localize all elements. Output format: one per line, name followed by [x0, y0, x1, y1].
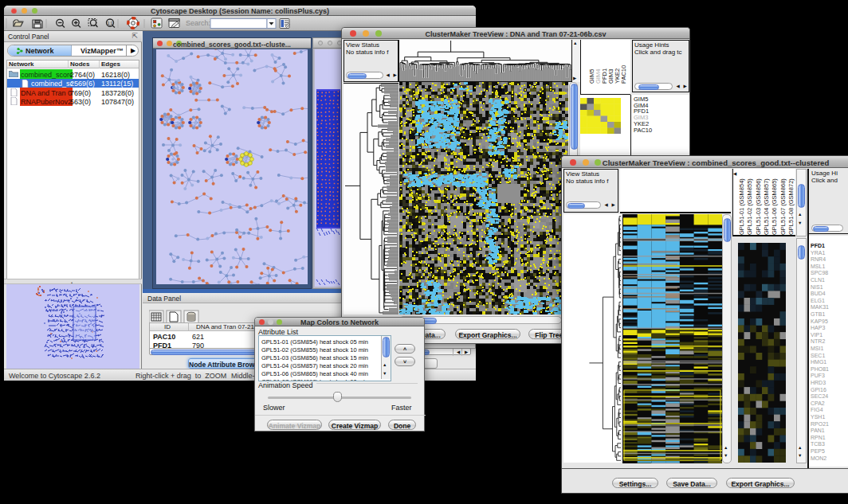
svg-text:1:1: 1:1 — [108, 21, 113, 25]
svg-text:Search:: Search: — [186, 19, 210, 27]
